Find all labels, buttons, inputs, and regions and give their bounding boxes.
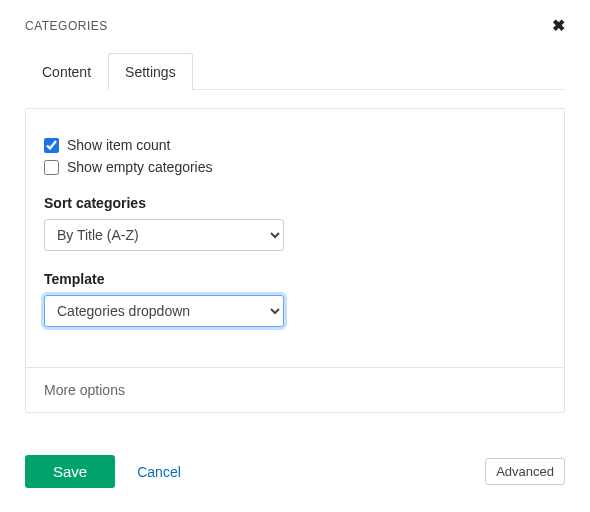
show-item-count-row[interactable]: Show item count [44,137,546,153]
cancel-button[interactable]: Cancel [137,464,181,480]
modal-header: CATEGORIES ✖ [25,18,565,34]
more-options-toggle[interactable]: More options [26,367,564,412]
settings-panel: Show item count Show empty categories So… [25,108,565,413]
sort-categories-select[interactable]: By Title (A-Z) [44,219,284,251]
tab-settings[interactable]: Settings [108,53,193,90]
categories-modal: CATEGORIES ✖ Content Settings Show item … [0,0,590,488]
footer-left: Save Cancel [25,455,181,488]
template-label: Template [44,271,546,287]
show-empty-categories-row[interactable]: Show empty categories [44,159,546,175]
show-item-count-checkbox[interactable] [44,138,59,153]
show-empty-categories-label: Show empty categories [67,159,213,175]
settings-panel-body: Show item count Show empty categories So… [26,109,564,367]
sort-categories-label: Sort categories [44,195,546,211]
show-item-count-label: Show item count [67,137,171,153]
save-button[interactable]: Save [25,455,115,488]
template-select[interactable]: Categories dropdown [44,295,284,327]
advanced-button[interactable]: Advanced [485,458,565,485]
close-icon[interactable]: ✖ [552,18,565,34]
modal-footer: Save Cancel Advanced [25,455,565,488]
show-empty-categories-checkbox[interactable] [44,160,59,175]
modal-title: CATEGORIES [25,19,108,33]
tab-content[interactable]: Content [25,53,108,90]
tab-bar: Content Settings [25,52,565,90]
